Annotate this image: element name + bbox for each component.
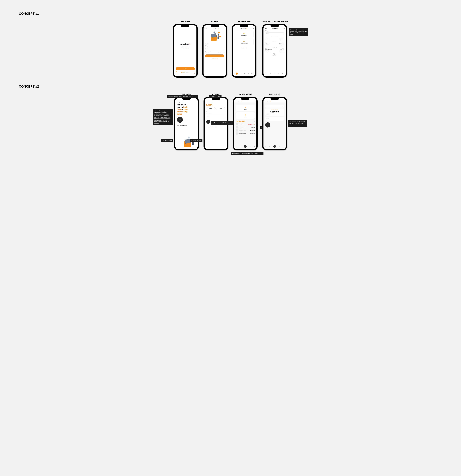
remember-me-checkbox[interactable]: Remember Me — [205, 51, 211, 52]
svg-rect-12 — [218, 37, 219, 39]
annotation: Font size too small — [161, 139, 173, 142]
nav-home-icon[interactable]: ⌂ — [236, 146, 236, 147]
menu-icon[interactable]: ≡ — [284, 28, 285, 29]
date-header: August 30, 2023 — [264, 47, 286, 48]
svg-text:$: $ — [188, 137, 189, 138]
concept-2-title: CONCEPT #2 — [19, 85, 456, 88]
sending-label: YOU ARE SENDING — [266, 110, 283, 110]
brand-logo: MoneySwift ➤ — [265, 101, 271, 102]
login-illustration: $ $ $ — [205, 29, 224, 42]
request-row[interactable]: Yuri Kim$20.00CAD — [264, 45, 286, 47]
annotation: Font size too small — [190, 139, 203, 142]
label-history: TRANSACTION HISTORY — [261, 20, 288, 23]
menu-icon[interactable]: ≡ — [253, 28, 254, 29]
transfer-card[interactable]: ⇄Transfer — [236, 105, 255, 111]
back-to-top-button[interactable]: BACK TO TOP — [264, 54, 286, 56]
apple-login-button[interactable]: Apple — [216, 107, 225, 110]
request-row[interactable]: Levi Baxter$127.00CAD — [264, 44, 286, 45]
request-row[interactable]: ABC Company$1000.00CAD — [264, 43, 286, 44]
amount-card[interactable]: YOU ARE SENDING $150.00 CAD ⌄ — [265, 109, 284, 116]
request-payment-card[interactable]: ✉Request a Payment — [235, 39, 254, 45]
login-button[interactable]: Login — [177, 117, 183, 123]
annotation: I prefer Concept #2 overall. This layout… — [167, 95, 198, 98]
request-row[interactable]: Ryan Ackerman$20.75CAD — [264, 51, 286, 52]
nav-settings-icon[interactable]: ⚙ — [251, 73, 252, 74]
transaction-row[interactable]: From JohnAugust 27, 2023- $3,011.99- 4,9… — [236, 123, 255, 126]
nav-clock-icon[interactable]: ◷ — [248, 73, 249, 74]
transaction-row[interactable]: To Mike WisnowskiAugust 27, 2023$3,011.9… — [236, 126, 255, 129]
nav-help-icon[interactable]: ? — [254, 146, 255, 147]
nav-send-icon[interactable]: ⇧ — [269, 146, 270, 147]
brand-logo: MoneySwift ➤ — [206, 102, 225, 102]
back-button[interactable]: ‹ Back — [265, 28, 267, 29]
nav-clock-icon[interactable]: ◷ — [278, 73, 279, 74]
transfer-button[interactable]: Transfer — [265, 122, 270, 128]
create-account-button[interactable]: Create an Account — [176, 71, 195, 74]
svg-rect-22 — [193, 142, 194, 145]
message-field[interactable]: Message — [265, 117, 284, 121]
request-row[interactable]: Mom$20.00CAD — [264, 40, 286, 41]
search-input[interactable]: Search⌕ — [265, 33, 284, 34]
bottom-nav: ⌂ ⇧ ✕ ↻ ? — [234, 145, 256, 148]
nav-help-icon[interactable]: ? — [283, 146, 284, 147]
nav-settings-icon[interactable]: ⚙ — [282, 73, 283, 74]
request-row[interactable]: Hiro Toshiro$175.00CAD — [264, 50, 286, 51]
nav-home-icon[interactable]: ⌂ — [236, 73, 238, 75]
nav-send-icon[interactable]: ⇧ — [270, 73, 271, 74]
forgot-password-link[interactable]: Forgot Password? — [218, 51, 224, 52]
password-input[interactable]: 👁 — [205, 49, 224, 51]
transactions-header: Transactions — [236, 120, 245, 122]
back-button[interactable]: ‹ Back — [205, 28, 207, 29]
nav-home-icon[interactable]: ⌂ — [266, 73, 267, 74]
nav-history-icon[interactable]: ↻ — [250, 146, 251, 147]
google-login-button[interactable]: Google — [206, 107, 215, 110]
recipient-field[interactable]: To⌄ — [265, 105, 284, 108]
chevron-down-icon: ⌄ — [269, 114, 269, 115]
submit-button[interactable]: → — [206, 120, 210, 124]
label-login-1: LOGIN — [211, 20, 218, 23]
nav-home-icon[interactable]: ⌂ — [265, 146, 266, 147]
label-splash-1: SPLASH — [181, 20, 190, 23]
login-button[interactable]: Login — [205, 54, 224, 57]
create-account-link[interactable]: Create Account — [205, 58, 224, 59]
transaction-row[interactable]: From Selana GomezAugust 27, 2023+ $3,011… — [236, 129, 255, 132]
request-row[interactable]: Jacob T. Witherspoon$5.00CAD — [264, 49, 286, 50]
nav-send-icon[interactable]: ⇧ — [240, 73, 241, 74]
avatar-placeholder — [236, 132, 238, 135]
request-row[interactable]: Jessica Geller$127.00CAD — [264, 38, 286, 40]
email-input[interactable] — [206, 113, 225, 114]
label-payment: PAYMENT — [269, 93, 280, 96]
create-account-link[interactable]: OR CREATE ACCOUNT — [177, 125, 196, 126]
avatar-placeholder — [236, 129, 238, 132]
nav-history-icon[interactable]: ↻ — [244, 73, 245, 74]
or-divider: OR — [206, 111, 225, 112]
label-home-1: HOMEPAGE — [238, 20, 251, 23]
email-input[interactable]: Enter Email — [205, 46, 224, 48]
transaction-row[interactable]: From Justin BieberAugust 27, 2023+ $3,01… — [236, 132, 255, 135]
receive-icon: ⬇ — [237, 114, 253, 116]
eye-icon[interactable]: 👁 — [225, 117, 225, 118]
nav-history-icon[interactable]: ↻ — [274, 73, 275, 74]
receive-card[interactable]: ⬇Receive — [236, 112, 255, 119]
nav-history-icon[interactable]: ↻ — [279, 146, 280, 147]
eye-icon[interactable]: 👁 — [223, 50, 224, 50]
nav-send-icon[interactable]: ⇧ — [240, 146, 241, 147]
wallet-icon: 💳 — [236, 32, 252, 34]
hero-message: Say good bye to high fees & slow process… — [177, 104, 196, 115]
login-button[interactable]: Login — [176, 67, 195, 70]
currency-selector[interactable]: CAD ⌄ — [266, 113, 270, 115]
date-header: August 31, 2023 — [264, 42, 286, 42]
password-input[interactable]: 👁 — [206, 117, 225, 118]
request-row[interactable]: Tommy Smith$100.00CAD — [264, 37, 286, 38]
brand-logo: MoneySwift ➤ — [213, 28, 219, 29]
menu-icon[interactable]: ≡ — [284, 101, 285, 102]
search-icon[interactable]: ⌕ — [254, 121, 255, 122]
nav-transfer-icon[interactable]: ✕ — [273, 145, 276, 148]
menu-icon[interactable]: ≡ — [255, 101, 255, 102]
make-payment-card[interactable]: 💳Make a Payment — [235, 31, 254, 37]
create-account-link[interactable]: OR CREATE ACCOUNT — [206, 127, 225, 127]
requests-title: Requests — [265, 30, 284, 32]
scan-qr-link[interactable]: Scan QR Code — [235, 48, 254, 48]
nav-transfer-icon[interactable]: ✕ — [244, 145, 247, 148]
svg-rect-10 — [218, 35, 219, 37]
